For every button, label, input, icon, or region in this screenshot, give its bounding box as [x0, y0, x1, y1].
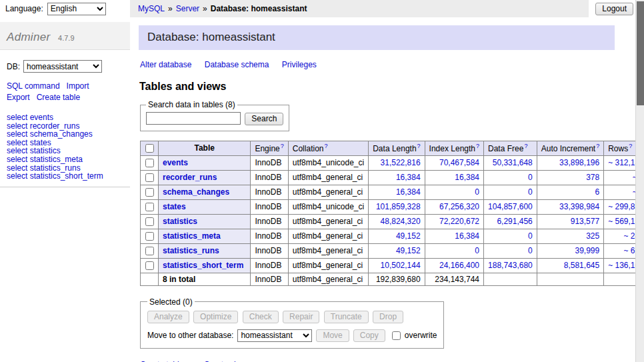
- index-length-link[interactable]: 72,220,672: [439, 217, 479, 226]
- check-button[interactable]: Check: [243, 311, 279, 323]
- index-length-link[interactable]: 16,384: [455, 231, 479, 241]
- data-length-link[interactable]: 16,384: [396, 187, 421, 197]
- doc-help-icon[interactable]: ?: [324, 143, 327, 149]
- row-checkbox[interactable]: [145, 203, 154, 211]
- doc-help-icon[interactable]: ?: [281, 143, 284, 149]
- auto-increment-link[interactable]: 913,577: [571, 217, 599, 226]
- data-free-link[interactable]: 104,857,600: [488, 202, 533, 211]
- index-length-link[interactable]: 0: [475, 187, 479, 197]
- search-input[interactable]: [146, 112, 241, 125]
- data-free-link[interactable]: 0: [528, 187, 533, 197]
- truncate-button[interactable]: Truncate: [324, 311, 369, 323]
- table-name-link[interactable]: recorder_runs: [163, 173, 217, 182]
- table-name-link[interactable]: statistics_meta: [163, 231, 221, 241]
- col-header-engine: Engine?: [251, 141, 288, 155]
- select-all-checkbox[interactable]: [145, 144, 154, 153]
- overwrite-checkbox[interactable]: [392, 331, 401, 340]
- scrollbar-thumb[interactable]: [637, 1, 644, 105]
- data-free-link[interactable]: 0: [528, 231, 533, 241]
- copy-button[interactable]: Copy: [353, 329, 385, 342]
- data-free-link[interactable]: 0: [528, 246, 533, 255]
- auto-increment-link[interactable]: 33,898,196: [559, 158, 599, 167]
- index-length-link[interactable]: 16,384: [455, 173, 479, 182]
- row-checkbox[interactable]: [145, 173, 154, 182]
- create-table-link[interactable]: Create table: [37, 93, 80, 102]
- table-name-link[interactable]: statistics_short_term: [163, 261, 243, 270]
- table-name-link[interactable]: statistics_runs: [163, 246, 219, 255]
- auto-increment-link[interactable]: 325: [586, 231, 599, 241]
- repair-button[interactable]: Repair: [283, 311, 319, 323]
- table-name-link[interactable]: states: [163, 202, 186, 211]
- index-length-link[interactable]: 24,166,400: [439, 261, 479, 270]
- export-link[interactable]: Export: [7, 93, 30, 102]
- doc-help-icon[interactable]: ?: [596, 143, 599, 149]
- data-length-cell: 31,522,816: [369, 155, 425, 170]
- auto-increment-link[interactable]: 33,398,984: [559, 202, 599, 211]
- row-checkbox[interactable]: [145, 159, 154, 167]
- index-length-link[interactable]: 0: [475, 246, 479, 255]
- page-title: Database: homeassistant: [139, 25, 615, 50]
- data-length-link[interactable]: 49,152: [396, 231, 421, 241]
- row-checkbox[interactable]: [145, 232, 154, 241]
- doc-help-icon[interactable]: ?: [524, 143, 527, 149]
- col-header-table: Table: [159, 141, 251, 155]
- create-view-link[interactable]: Create view: [204, 360, 246, 362]
- index-length-cell: 24,166,400: [425, 258, 483, 273]
- table-name-link[interactable]: schema_changes: [163, 187, 229, 197]
- table-name-cell: recorder_runs: [159, 170, 251, 185]
- row-checkbox[interactable]: [145, 261, 154, 270]
- db-select[interactable]: homeassistant: [23, 60, 102, 73]
- data-length-cell: 10,502,144: [369, 258, 425, 273]
- privileges-link[interactable]: Privileges: [282, 60, 317, 69]
- move-database-select[interactable]: homeassistant: [237, 329, 312, 342]
- language-select[interactable]: English: [47, 3, 106, 15]
- doc-help-icon[interactable]: ?: [629, 143, 632, 149]
- auto-increment-cell: 39,999: [537, 243, 603, 258]
- row-checkbox[interactable]: [145, 247, 154, 255]
- move-button[interactable]: Move: [316, 329, 349, 342]
- auto-increment-link[interactable]: 39,999: [575, 246, 599, 255]
- breadcrumb-server-link[interactable]: Server: [176, 4, 199, 13]
- doc-help-icon[interactable]: ?: [417, 143, 421, 149]
- drop-button[interactable]: Drop: [373, 311, 403, 323]
- data-length-link[interactable]: 10,502,144: [381, 261, 421, 270]
- index-length-link[interactable]: 70,467,584: [439, 158, 479, 167]
- table-name-link[interactable]: events: [163, 158, 188, 167]
- data-length-link[interactable]: 48,824,320: [381, 217, 421, 226]
- analyze-button[interactable]: Analyze: [147, 311, 189, 323]
- data-length-link[interactable]: 49,152: [396, 246, 421, 255]
- alter-database-link[interactable]: Alter database: [140, 60, 191, 69]
- doc-help-icon[interactable]: ?: [476, 143, 479, 149]
- engine-cell: InnoDB: [251, 229, 288, 243]
- optimize-button[interactable]: Optimize: [193, 311, 238, 323]
- table-row: statistics_meta InnoDB utf8mb4_general_c…: [141, 229, 644, 243]
- data-length-link[interactable]: 16,384: [396, 173, 421, 182]
- data-free-link[interactable]: 6,291,456: [497, 217, 532, 226]
- auto-increment-link[interactable]: 6: [595, 187, 599, 197]
- auto-increment-link[interactable]: 8,581,645: [564, 261, 599, 270]
- data-free-link[interactable]: 0: [528, 173, 533, 182]
- breadcrumb-mysql-link[interactable]: MySQL: [138, 4, 165, 13]
- row-checkbox[interactable]: [145, 188, 154, 197]
- sql-command-link[interactable]: SQL command: [7, 81, 60, 91]
- table-name-link[interactable]: statistics: [163, 217, 197, 226]
- auto-increment-cell: 33,898,196: [537, 155, 603, 170]
- search-fieldset: Search data in tables (8) Search: [140, 100, 289, 131]
- vertical-scrollbar[interactable]: [635, 0, 644, 362]
- logout-button[interactable]: Logout: [595, 3, 633, 15]
- data-length-link[interactable]: 101,859,328: [376, 202, 421, 211]
- index-length-link[interactable]: 67,256,320: [439, 202, 479, 211]
- table-row: statistics InnoDB utf8mb4_general_ci 48,…: [141, 214, 644, 229]
- create-table-link-main[interactable]: Create table: [140, 360, 183, 362]
- data-free-link[interactable]: 188,743,680: [488, 261, 533, 270]
- import-link[interactable]: Import: [67, 81, 89, 91]
- data-free-link[interactable]: 50,331,648: [493, 158, 533, 167]
- database-schema-link[interactable]: Database schema: [205, 60, 269, 69]
- selected-fieldset: Selected (0) Analyze Optimize Check Repa…: [140, 297, 444, 349]
- search-button[interactable]: Search: [245, 113, 283, 125]
- sidebar-select-statistics-short-term[interactable]: select statistics_short_term: [7, 171, 103, 181]
- data-length-link[interactable]: 31,522,816: [381, 158, 421, 167]
- row-checkbox[interactable]: [145, 217, 154, 226]
- adminer-logo-link[interactable]: Adminer: [7, 31, 50, 43]
- auto-increment-link[interactable]: 378: [586, 173, 599, 182]
